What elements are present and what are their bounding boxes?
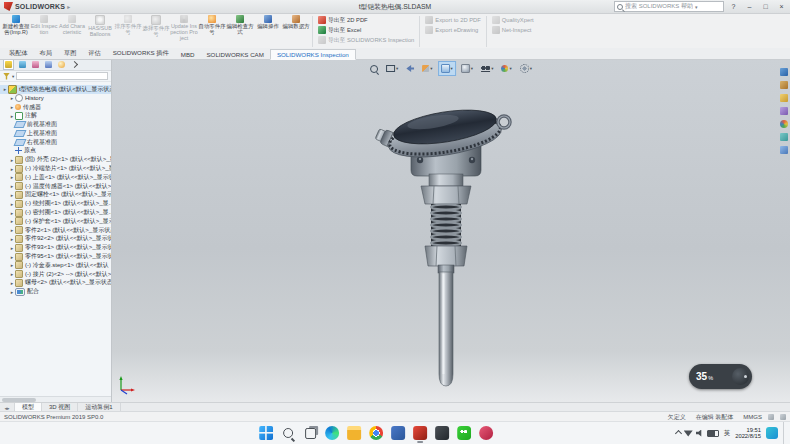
ribbon-button-edit-datum[interactable]: 编辑数据方 [282,14,310,30]
task-pane-tab-custom-properties[interactable] [780,132,789,141]
command-tab-addins[interactable]: SOLIDWORKS 插件 [107,48,175,59]
ribbon-button-update-inspection-project[interactable]: Update Inspection Project [170,14,198,41]
taskbar-app-tb-music[interactable] [478,425,494,441]
tree-item-part[interactable]: ▸ (固) 外壳 (2)<1> (默认<<默认>_显示状 [0,155,111,164]
tree-item-mates[interactable]: ▸ 配合 [0,287,111,296]
hud-button-zoom-area[interactable]: ▾ [383,61,401,76]
minimize-button[interactable]: – [743,1,756,12]
panel-tab-propertymanager-tab[interactable] [18,60,27,69]
tree-item-part[interactable]: ▸ (-) 温度传感器<1> (默认<<默认>... [0,182,111,191]
taskbar-app-tb-cad[interactable] [434,425,450,441]
clock[interactable]: 19:51 2022/8/15 [735,427,761,440]
taskbar-app-tb-chrome[interactable] [368,425,384,441]
hud-button-edit-appearance[interactable]: ▾ [498,61,514,76]
panel-tab-configurationmanager-tab[interactable] [31,60,40,69]
command-tab-assembly[interactable]: 装配体 [3,48,34,59]
task-pane-tab-appearances[interactable] [780,119,789,128]
message-icon[interactable] [766,427,778,439]
maximize-button[interactable]: □ [759,1,772,12]
taskbar-app-tb-task-view[interactable] [302,425,318,441]
zoom-indicator[interactable]: 35 % [689,364,752,389]
taskbar-app-tb-wechat[interactable] [456,425,472,441]
ribbon-export-button-export-excel[interactable]: 导出至 Excel [318,25,414,35]
command-tab-inspection[interactable]: SOLIDWORKS Inspection [270,49,356,60]
hud-button-section-view[interactable]: ▾ [419,61,435,76]
taskbar-app-tb-search[interactable] [280,425,296,441]
ribbon-export-button-export-to-2d-pdf[interactable]: Export to 2D PDF [425,15,480,25]
panel-tab-pane-chevron[interactable] [70,60,79,69]
taskbar-app-tb-edge[interactable] [324,425,340,441]
zoom-dial-icon[interactable] [732,368,749,385]
tray-icon-chevron-up[interactable] [675,429,682,436]
status-options-icon[interactable] [780,414,786,420]
task-pane-tab-forum[interactable] [780,145,789,154]
ribbon-button-edit-inspection-method[interactable]: 编辑检查方式 [226,14,254,36]
ribbon-export-button-net-inspect[interactable]: Net-Inspect [492,25,534,35]
filter-input[interactable] [16,72,108,80]
tree-item-sensor[interactable]: ▸ 传感器 [0,103,111,112]
ribbon-button-sort-balloons[interactable]: 排序零件序号 [114,14,142,36]
status-tag-icon[interactable] [768,414,774,420]
hud-button-view-orientation[interactable]: ▾ [438,61,456,76]
ribbon-button-add-edit-balloons[interactable]: HAS/SUB Balloons [86,14,114,38]
tree-item-part[interactable]: ▸ (-) 绕封圈<1> (默认<<默认>_显... [0,199,111,208]
tree-item-part[interactable]: ▸ (-) 密封圈<1> (默认<<默认>_显... [0,208,111,217]
ribbon-button-select-balloons[interactable]: 选择零件序号 [142,14,170,38]
tree-item-part[interactable]: ▸ 零件92<2> (默认<<默认>_显示状 [0,235,111,244]
hud-button-zoom-fit[interactable]: ▾ [367,61,381,76]
tree-item-part[interactable]: ▸ 零件93<1> (默认<<默认>_显示状 [0,243,111,252]
ribbon-export-button-export-edrawing[interactable]: Export eDrawing [425,25,480,35]
close-button[interactable]: × [775,1,788,12]
tree-item-plane[interactable]: ▸ 上视基准面 [0,129,111,138]
taskbar-app-tb-solidworks[interactable] [412,425,428,441]
search-input[interactable]: 搜索 SOLIDWORKS 帮助 ▾ [614,1,724,12]
hud-button-display-style[interactable]: ▾ [458,61,476,76]
tree-item-part[interactable]: ▸ (-) 接片 (2)<2> --> (默认<<默认> [0,270,111,279]
help-button[interactable]: ? [727,1,740,12]
tray-icon-volume[interactable] [696,430,704,437]
panel-tab-featuremanager-tab[interactable] [3,59,14,70]
tray-icon-battery[interactable] [707,430,719,437]
taskbar-app-tb-file-explorer[interactable] [346,425,362,441]
model-thermocouple[interactable] [341,100,571,400]
hud-button-view-settings[interactable]: ▾ [517,61,535,76]
app-menu[interactable]: SOLIDWORKS ▸ [0,2,74,11]
tree-item-part[interactable]: ▸ 零件2<1> (默认<<默认>_显示状态 [0,226,111,235]
tree-item-part[interactable]: ▸ (-) 上盖<1> (默认<<默认>_显示状... [0,173,111,182]
tree-item-part[interactable]: ▸ (-) 冷端垫片<1> (默认<<默认>_显... [0,164,111,173]
input-language-indicator[interactable]: 英 [724,429,731,438]
tree-item-origin[interactable]: ▸ 原点 [0,147,111,156]
ribbon-export-button-export-sw-inspection[interactable]: 导出至 SOLIDWORKS Inspection [318,35,414,45]
panel-tab-dimxpertmanager-tab[interactable] [44,60,53,69]
tree-item-assembly[interactable]: ▸ t型铠装热电偶 (默认<默认_显示状态-1 [0,85,111,94]
task-pane-tab-view-palette[interactable] [780,106,789,115]
tree-item-annotation[interactable]: ▸ 注解 [0,111,111,120]
tray-icon-wifi[interactable] [684,430,693,437]
ribbon-export-button-qualityxpert[interactable]: QualityXpert [492,15,534,25]
tree-item-plane[interactable]: ▸ 右视基准面 [0,138,111,147]
hud-button-previous-view[interactable]: ▾ [403,61,417,76]
graphics-viewport[interactable]: ▾ ▾ ▾ ▾ ▾ ▾ ▾ [112,59,790,403]
hud-button-hide-show[interactable]: ▾ [478,61,496,76]
tree-item-part[interactable]: ▸ 零件95<1> (默认<<默认>_显示状 [0,252,111,261]
task-pane-tab-file-explorer-pane[interactable] [780,93,789,102]
tree-item-part[interactable]: ▸ (-) 冷金泰.step<1> (默认<<默认 [0,261,111,270]
ribbon-button-add-characteristic[interactable]: Add Characteristic [58,14,86,36]
ribbon-button-auto-balloon[interactable]: 自动零件序号 [198,14,226,36]
taskbar-app-tb-word[interactable] [390,425,406,441]
command-tab-layout[interactable]: 布局 [34,48,58,59]
tree-item-part[interactable]: ▸ (-) 保护套<1> (默认<<默认>_显示状 [0,217,111,226]
ribbon-button-new-inspection-report[interactable]: 新建检查报告(Imp.R) [2,14,30,36]
ribbon-export-button-export-2d-pdf[interactable]: 导出至 2D PDF [318,15,414,25]
ribbon-button-edit-inspection[interactable]: Edit Inspection [30,14,58,36]
command-tab-evaluate[interactable]: 评估 [82,48,106,59]
tree-item-part[interactable]: ▸ 螺母<2> (默认<<默认>_显示状态 [0,279,111,288]
ribbon-button-edit-operation[interactable]: 编辑操作 [254,14,282,30]
command-tab-mbd[interactable]: MBD [175,50,201,59]
task-pane-tab-design-library[interactable] [780,80,789,89]
command-tab-sketch[interactable]: 草图 [58,48,82,59]
command-tab-cam[interactable]: SOLIDWORKS CAM [200,50,269,59]
panel-tab-displaymanager-tab[interactable] [57,60,66,69]
show-desktop-button[interactable] [783,422,787,444]
task-pane-tab-resources[interactable] [780,67,789,76]
